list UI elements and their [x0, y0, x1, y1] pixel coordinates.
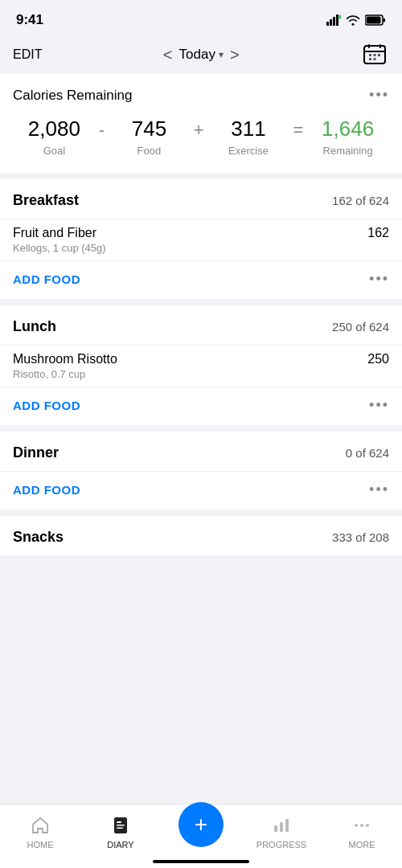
section-divider-2 [0, 299, 402, 305]
tab-bar: HOME DIARY + PROGRESS [0, 804, 402, 868]
dinner-section: Dinner 0 of 624 ADD FOOD ••• [0, 432, 402, 510]
calories-card: Calories Remaining ••• 2,080 Goal - 745 … [0, 74, 402, 173]
calendar-icon[interactable] [360, 40, 389, 69]
svg-point-24 [355, 824, 358, 827]
tab-home[interactable]: HOME [0, 814, 80, 850]
breakfast-name: Breakfast [13, 192, 79, 209]
svg-rect-9 [368, 44, 370, 48]
svg-rect-22 [280, 822, 283, 832]
dinner-name: Dinner [13, 444, 59, 461]
svg-rect-20 [117, 827, 123, 829]
snacks-calories: 333 of 208 [332, 530, 389, 544]
tab-add[interactable]: + [161, 817, 241, 847]
lunch-add-food-button[interactable]: ADD FOOD [13, 399, 80, 412]
calories-title: Calories Remaining [13, 88, 132, 104]
tab-home-label: HOME [27, 840, 54, 850]
tab-progress-label: PROGRESS [256, 840, 306, 850]
svg-point-25 [360, 824, 363, 827]
today-selector[interactable]: Today ▾ [179, 47, 224, 63]
dinner-calories: 0 of 624 [346, 446, 389, 460]
tab-bar-spacer [0, 555, 402, 636]
section-divider-3 [0, 425, 402, 432]
nav-bar: EDIT < Today ▾ > [0, 35, 402, 74]
calories-header: Calories Remaining ••• [13, 87, 389, 104]
diary-icon [109, 814, 132, 837]
edit-button[interactable]: EDIT [13, 47, 42, 62]
status-bar: 9:41 [0, 0, 402, 35]
section-divider-4 [0, 510, 402, 516]
nav-center: < Today ▾ > [163, 46, 240, 64]
svg-rect-12 [369, 54, 371, 56]
svg-rect-7 [367, 17, 381, 24]
svg-rect-11 [364, 51, 385, 52]
food-details-mushroom-risotto: Risotto, 0.7 cup [13, 368, 117, 380]
status-time: 9:41 [16, 12, 43, 28]
cal-goal-label: Goal [43, 145, 65, 157]
cal-food-value: 745 [132, 117, 166, 141]
wifi-icon [346, 14, 360, 26]
snacks-section: Snacks 333 of 208 [0, 516, 402, 555]
svg-point-26 [366, 824, 369, 827]
section-divider-1 [0, 173, 402, 179]
breakfast-add-food-button[interactable]: ADD FOOD [13, 272, 80, 286]
svg-rect-6 [384, 18, 386, 23]
lunch-footer: ADD FOOD ••• [0, 387, 402, 425]
breakfast-section: Breakfast 162 of 624 Fruit and Fiber Kel… [0, 179, 402, 299]
cal-exercise-value: 311 [231, 117, 265, 141]
lunch-calories: 250 of 624 [332, 320, 389, 334]
breakfast-header: Breakfast 162 of 624 [0, 179, 402, 219]
snacks-header: Snacks 333 of 208 [0, 516, 402, 555]
dinner-more-button[interactable]: ••• [369, 481, 389, 498]
cal-remaining: 1,646 Remaining [306, 117, 389, 157]
home-indicator [153, 860, 249, 863]
food-item-fruit-fiber[interactable]: Fruit and Fiber Kellogs, 1 cup (45g) 162 [0, 219, 402, 260]
svg-rect-2 [333, 17, 335, 26]
tab-diary[interactable]: DIARY [80, 814, 161, 850]
food-cal-fruit-fiber: 162 [367, 226, 389, 240]
home-icon [29, 814, 51, 837]
dinner-header: Dinner 0 of 624 [0, 432, 402, 471]
cal-food-label: Food [137, 145, 162, 157]
calories-more-button[interactable]: ••• [369, 87, 389, 104]
svg-rect-23 [285, 819, 289, 832]
svg-rect-1 [330, 19, 332, 26]
cal-remaining-label: Remaining [323, 145, 373, 157]
lunch-name: Lunch [13, 318, 56, 335]
lunch-section: Lunch 250 of 624 Mushroom Risotto Risott… [0, 305, 402, 425]
next-day-button[interactable]: > [230, 46, 240, 64]
svg-rect-0 [326, 22, 329, 26]
svg-rect-16 [373, 58, 375, 60]
svg-rect-14 [378, 54, 380, 56]
svg-rect-10 [379, 44, 381, 48]
signal-icon [326, 14, 341, 26]
food-name-mushroom-risotto: Mushroom Risotto [13, 352, 117, 366]
svg-rect-15 [369, 58, 371, 60]
cal-remaining-value: 1,646 [322, 117, 374, 141]
add-button[interactable]: + [178, 802, 224, 847]
cal-goal-value: 2,080 [28, 117, 80, 141]
cal-food: 745 Food [108, 117, 191, 157]
breakfast-footer: ADD FOOD ••• [0, 260, 402, 299]
svg-rect-13 [373, 54, 375, 56]
snacks-name: Snacks [13, 529, 64, 546]
food-item-mushroom-risotto[interactable]: Mushroom Risotto Risotto, 0.7 cup 250 [0, 345, 402, 387]
tab-progress[interactable]: PROGRESS [241, 814, 322, 850]
tab-more-label: MORE [349, 840, 375, 850]
breakfast-more-button[interactable]: ••• [369, 271, 389, 288]
svg-rect-18 [117, 821, 121, 823]
battery-icon [365, 14, 386, 26]
breakfast-calories: 162 of 624 [332, 194, 389, 207]
food-name-fruit-fiber: Fruit and Fiber [13, 226, 106, 240]
svg-rect-21 [274, 825, 277, 832]
more-icon [351, 814, 373, 837]
food-cal-mushroom-risotto: 250 [367, 352, 389, 366]
plus-operator: + [194, 117, 204, 141]
status-icons [326, 14, 386, 26]
prev-day-button[interactable]: < [163, 46, 173, 64]
lunch-more-button[interactable]: ••• [369, 397, 389, 414]
calories-row: 2,080 Goal - 745 Food + 311 Exercise = 1… [13, 117, 389, 157]
progress-icon [270, 814, 293, 837]
svg-rect-19 [117, 825, 125, 826]
dinner-add-food-button[interactable]: ADD FOOD [13, 483, 80, 497]
tab-more[interactable]: MORE [322, 814, 402, 850]
